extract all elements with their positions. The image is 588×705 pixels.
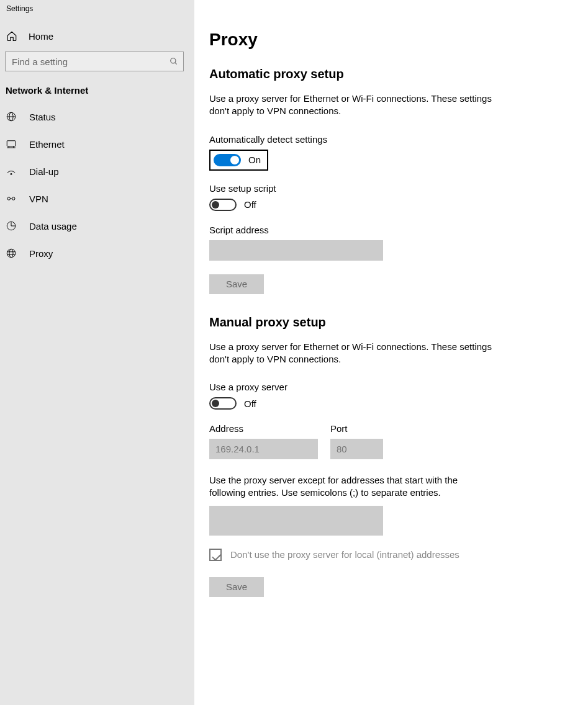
page-title: Proxy — [209, 30, 563, 50]
nav-item-vpn[interactable]: VPN — [0, 185, 194, 212]
svg-line-1 — [175, 63, 177, 65]
address-input[interactable] — [209, 439, 318, 459]
section-header: Network & Internet — [0, 81, 194, 103]
nav-label: Data usage — [29, 221, 77, 231]
sidebar: Settings Home Network & Internet Status … — [0, 0, 194, 705]
nav-label: Status — [29, 112, 56, 122]
use-script-label: Use setup script — [209, 183, 563, 194]
auto-detect-label: Automatically detect settings — [209, 134, 563, 145]
search-icon — [170, 57, 178, 66]
manual-save-button[interactable]: Save — [209, 577, 264, 597]
local-checkbox[interactable] — [209, 549, 222, 561]
data-usage-icon — [6, 220, 17, 231]
use-proxy-state: Off — [244, 398, 256, 409]
dialup-icon — [6, 166, 17, 177]
nav-item-ethernet[interactable]: Ethernet — [0, 130, 194, 158]
except-textarea[interactable] — [209, 506, 383, 536]
home-label: Home — [29, 31, 53, 42]
auto-detect-toggle[interactable] — [214, 154, 241, 166]
manual-section-title: Manual proxy setup — [209, 315, 563, 330]
svg-point-15 — [9, 249, 13, 258]
script-address-input[interactable] — [209, 240, 383, 261]
port-label: Port — [330, 423, 383, 434]
auto-detect-highlight: On — [209, 150, 268, 171]
use-proxy-label: Use a proxy server — [209, 382, 563, 392]
auto-desc: Use a proxy server for Ethernet or Wi-Fi… — [209, 92, 495, 118]
search-wrap — [0, 48, 194, 81]
search-input[interactable] — [12, 56, 161, 67]
main-content: Proxy Automatic proxy setup Use a proxy … — [194, 0, 588, 705]
nav-item-proxy[interactable]: Proxy — [0, 240, 194, 267]
local-checkbox-label: Don't use the proxy server for local (in… — [230, 549, 459, 560]
nav-label: Ethernet — [29, 139, 65, 150]
globe-network-icon — [6, 111, 17, 122]
nav-item-datausage[interactable]: Data usage — [0, 212, 194, 240]
proxy-icon — [6, 248, 17, 259]
manual-desc: Use a proxy server for Ethernet or Wi-Fi… — [209, 341, 495, 366]
use-proxy-toggle[interactable] — [209, 397, 237, 410]
nav-label: Proxy — [29, 248, 53, 259]
port-input[interactable] — [330, 439, 383, 459]
search-box[interactable] — [5, 52, 184, 71]
svg-point-9 — [11, 173, 12, 174]
auto-section-title: Automatic proxy setup — [209, 67, 563, 81]
vpn-icon — [6, 193, 17, 204]
auto-save-button[interactable]: Save — [209, 274, 264, 294]
app-title: Settings — [0, 2, 194, 24]
script-address-label: Script address — [209, 225, 563, 235]
auto-detect-state: On — [248, 155, 261, 165]
svg-rect-5 — [7, 141, 16, 146]
svg-point-0 — [171, 58, 176, 63]
svg-point-10 — [7, 197, 11, 200]
nav-label: VPN — [29, 194, 48, 204]
svg-point-11 — [12, 197, 16, 200]
use-script-state: Off — [244, 199, 256, 210]
ethernet-icon — [6, 138, 17, 150]
svg-point-14 — [7, 249, 16, 258]
home-icon — [6, 30, 17, 42]
use-script-toggle[interactable] — [209, 199, 237, 211]
address-label: Address — [209, 423, 318, 434]
nav-item-status[interactable]: Status — [0, 103, 194, 130]
nav-item-dialup[interactable]: Dial-up — [0, 158, 194, 185]
nav-label: Dial-up — [29, 166, 59, 177]
except-desc: Use the proxy server except for addresse… — [209, 474, 470, 500]
home-button[interactable]: Home — [0, 24, 194, 48]
